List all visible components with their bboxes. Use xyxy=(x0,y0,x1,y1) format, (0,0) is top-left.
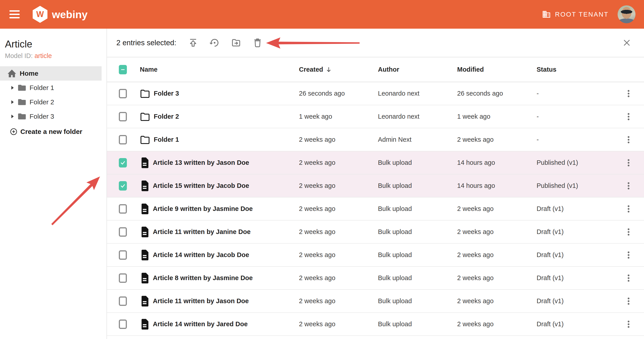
tenant-selector[interactable]: ROOT TENANT xyxy=(542,10,609,19)
entry-modified: 14 hours ago xyxy=(457,182,536,189)
column-header-author[interactable]: Author xyxy=(378,66,457,73)
document-icon xyxy=(140,249,149,261)
kebab-menu-icon[interactable] xyxy=(624,135,634,145)
publish-icon[interactable] xyxy=(188,38,198,48)
chevron-right-icon[interactable] xyxy=(10,99,15,105)
document-icon xyxy=(140,272,149,284)
entry-modified: 26 seconds ago xyxy=(457,90,536,97)
entry-name: Folder 3 xyxy=(154,90,179,97)
arrow-down-icon xyxy=(325,66,332,73)
model-id-value[interactable]: article xyxy=(34,52,52,59)
tenant-building-icon xyxy=(542,10,551,19)
red-arrow-to-selected-checkboxes xyxy=(46,172,105,230)
sidebar-folder-list: Folder 1 Folder 2 Folder 3 xyxy=(0,81,102,124)
entry-modified: 2 weeks ago xyxy=(457,297,536,305)
table-row[interactable]: Article 11 written by Janine Doe 2 weeks… xyxy=(107,221,644,244)
entry-created: 2 weeks ago xyxy=(299,182,378,189)
user-avatar[interactable] xyxy=(618,5,636,23)
entry-name: Article 15 written by Jacob Doe xyxy=(153,182,249,189)
entry-author: Leonardo next xyxy=(378,90,457,97)
row-checkbox[interactable] xyxy=(119,112,127,121)
row-checkbox[interactable] xyxy=(119,204,127,214)
folder-outline-icon xyxy=(140,135,150,144)
kebab-menu-icon[interactable] xyxy=(624,181,634,191)
kebab-menu-icon[interactable] xyxy=(624,273,634,283)
row-checkbox-checked[interactable] xyxy=(119,181,127,191)
entry-modified: 2 weeks ago xyxy=(457,205,536,212)
trash-icon[interactable] xyxy=(252,38,263,48)
unpublish-icon[interactable] xyxy=(210,38,220,48)
kebab-menu-icon[interactable] xyxy=(624,204,634,214)
folder-icon xyxy=(18,113,26,120)
kebab-menu-icon[interactable] xyxy=(624,319,634,329)
column-header-name[interactable]: Name xyxy=(140,66,299,73)
column-header-status[interactable]: Status xyxy=(536,66,613,73)
table-row[interactable]: Article 9 written by Jasmine Doe 2 weeks… xyxy=(107,197,644,221)
content-area: Article Model ID: article Home Fold xyxy=(0,29,644,339)
kebab-menu-icon[interactable] xyxy=(624,227,634,237)
sidebar-item-folder[interactable]: Folder 3 xyxy=(0,109,102,124)
sidebar-item-folder[interactable]: Folder 1 xyxy=(0,81,102,95)
table-row[interactable]: Article 14 written by Jared Doe 2 weeks … xyxy=(107,313,644,336)
kebab-menu-icon[interactable] xyxy=(624,250,634,260)
top-app-bar: W webiny ROOT TENANT xyxy=(0,0,644,29)
row-checkbox-checked[interactable] xyxy=(119,158,127,167)
row-checkbox[interactable] xyxy=(119,296,127,306)
table-row[interactable]: Article 14 written by Jacob Doe 2 weeks … xyxy=(107,244,644,267)
row-checkbox[interactable] xyxy=(119,89,127,98)
chevron-right-icon[interactable] xyxy=(10,114,15,119)
entry-author: Bulk upload xyxy=(378,228,457,236)
sidebar-item-label: Folder 2 xyxy=(30,98,54,106)
sidebar-item-label: Home xyxy=(20,70,38,77)
folder-icon xyxy=(18,84,26,92)
close-icon[interactable] xyxy=(622,39,631,47)
entry-name: Article 9 written by Jasmine Doe xyxy=(153,205,253,212)
table-row[interactable]: Article 13 written by Jason Doe 2 weeks … xyxy=(107,151,644,174)
entry-status: - xyxy=(536,136,613,143)
entry-status: - xyxy=(536,113,613,120)
row-checkbox[interactable] xyxy=(119,250,127,260)
table-row[interactable]: Article 11 written by Jason Doe 2 weeks … xyxy=(107,290,644,313)
entry-created: 2 weeks ago xyxy=(299,205,378,212)
chevron-right-icon[interactable] xyxy=(10,85,15,91)
table-row[interactable]: Article 15 written by Jacob Doe 2 weeks … xyxy=(107,174,644,197)
row-checkbox[interactable] xyxy=(119,273,127,283)
tenant-label: ROOT TENANT xyxy=(555,11,609,18)
entry-modified: 14 hours ago xyxy=(457,159,536,166)
bulk-actions-toolbar: 2 entries selected: xyxy=(107,29,644,57)
entry-status: Draft (v1) xyxy=(536,205,613,212)
create-folder-button[interactable]: Create a new folder xyxy=(0,125,102,139)
model-header: Article Model ID: article xyxy=(0,29,106,60)
table-row[interactable]: Article 8 written by Jasmine Doe 2 weeks… xyxy=(107,267,644,290)
row-checkbox[interactable] xyxy=(119,227,127,237)
menu-icon[interactable] xyxy=(10,10,20,18)
document-icon xyxy=(140,226,149,238)
entry-author: Bulk upload xyxy=(378,159,457,166)
row-checkbox[interactable] xyxy=(119,135,127,144)
red-arrow-to-delete-action xyxy=(266,37,360,49)
column-header-created[interactable]: Created xyxy=(299,66,378,73)
column-header-modified[interactable]: Modified xyxy=(457,66,536,73)
sidebar-item-folder[interactable]: Folder 2 xyxy=(0,95,102,109)
webiny-app: W webiny ROOT TENANT Article Model ID: a… xyxy=(0,0,644,339)
select-all-checkbox[interactable] xyxy=(119,65,127,74)
brand-wordmark: webiny xyxy=(52,8,88,21)
entry-author: Bulk upload xyxy=(378,205,457,212)
folder-tree: Home Folder 1 Folder 2 Folder 3 xyxy=(0,66,102,139)
kebab-menu-icon[interactable] xyxy=(624,89,634,99)
kebab-menu-icon[interactable] xyxy=(624,158,634,168)
entry-created: 2 weeks ago xyxy=(299,320,378,328)
entry-status: Draft (v1) xyxy=(536,274,613,282)
table-row[interactable]: Folder 2 1 week ago Leonardo next 1 week… xyxy=(107,105,644,128)
entry-created: 2 weeks ago xyxy=(299,251,378,259)
move-to-folder-icon[interactable] xyxy=(231,38,241,48)
table-row[interactable]: Folder 1 2 weeks ago Admin Next 2 weeks … xyxy=(107,128,644,151)
folder-outline-icon xyxy=(140,89,150,98)
folder-outline-icon xyxy=(140,112,150,121)
sidebar-item-home[interactable]: Home xyxy=(0,66,102,81)
entry-name: Article 14 written by Jared Doe xyxy=(153,320,248,328)
kebab-menu-icon[interactable] xyxy=(624,296,634,306)
kebab-menu-icon[interactable] xyxy=(624,112,634,122)
table-row[interactable]: Folder 3 26 seconds ago Leonardo next 26… xyxy=(107,82,644,105)
row-checkbox[interactable] xyxy=(119,319,127,329)
